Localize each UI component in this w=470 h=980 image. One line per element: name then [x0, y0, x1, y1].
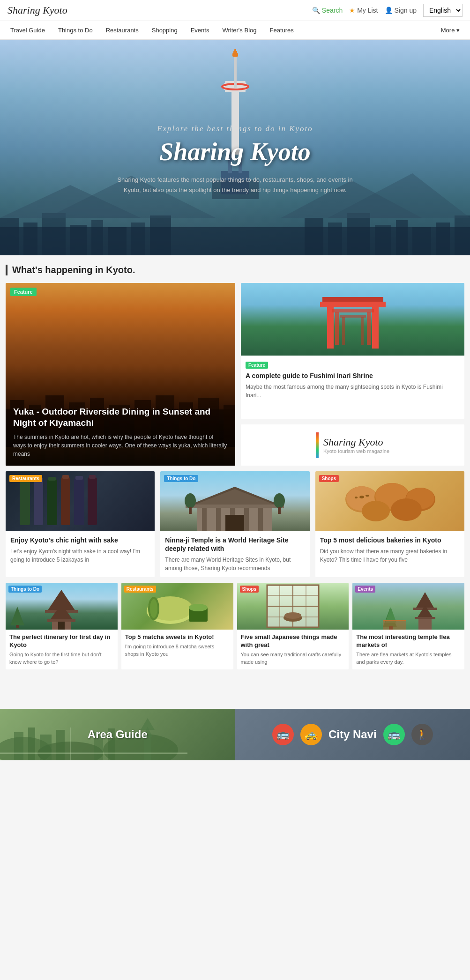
small-card-crafts-badge: Shops: [240, 586, 259, 593]
svg-point-80: [274, 493, 285, 508]
small-card-crafts[interactable]: Shops Five small Japanese things made wi…: [237, 583, 349, 669]
nav-item-shopping[interactable]: Shopping: [145, 21, 184, 39]
small-card-itinerary-content: The perfect itinerary for first day in K…: [6, 630, 118, 669]
svg-point-89: [391, 498, 422, 521]
small-card-flea-content: The most interesting temple flea markets…: [352, 630, 464, 669]
card-temple[interactable]: Things to Do Ninna-ji Temple is a World …: [160, 471, 309, 577]
svg-rect-65: [75, 476, 83, 480]
svg-rect-22: [328, 223, 342, 255]
svg-rect-26: [412, 227, 431, 255]
banner-sub-text: Kyoto tourism web magazine: [323, 448, 389, 454]
svg-point-91: [366, 495, 369, 497]
nav-item-events[interactable]: Events: [184, 21, 216, 39]
svg-rect-20: [150, 215, 171, 255]
nav-item-features[interactable]: Features: [263, 21, 300, 39]
svg-rect-63: [62, 475, 69, 479]
search-label: Search: [322, 7, 343, 14]
logo[interactable]: Sharing Kyoto: [7, 4, 67, 16]
search-icon: 🔍: [312, 7, 320, 14]
hero-title: Sharing Kyoto: [9, 137, 461, 166]
footer-guides: Area Guide 🚌 🚕 City Navi 🚌 🚶: [0, 709, 470, 760]
small-card-crafts-title: Five small Japanese things made with gre…: [241, 633, 345, 649]
svg-rect-51: [335, 312, 339, 345]
svg-rect-19: [131, 223, 145, 255]
svg-rect-54: [342, 317, 345, 345]
svg-rect-79: [189, 507, 192, 514]
walk-icon: 🚶: [411, 724, 433, 745]
featured-right-column: Feature A complete guide to Fushimi Inar…: [241, 283, 464, 466]
svg-rect-61: [48, 477, 56, 481]
small-card-flea-badge: Events: [355, 586, 375, 593]
city-navi-section[interactable]: 🚌 🚕 City Navi 🚌 🚶: [235, 709, 470, 760]
svg-rect-14: [23, 223, 37, 255]
featured-large-title: Yuka - Outdoor Riverside Dining in Sunse…: [13, 406, 228, 429]
featured-small-card-fushimi[interactable]: Feature A complete guide to Fushimi Inar…: [241, 283, 464, 419]
svg-rect-67: [89, 475, 96, 479]
search-button[interactable]: 🔍 Search: [312, 7, 343, 14]
card-sake-title: Enjoy Kyoto's chic night with sake: [10, 536, 150, 544]
mylist-button[interactable]: ★ My List: [349, 7, 378, 14]
area-guide-section[interactable]: Area Guide: [0, 709, 235, 760]
main-content: What's happening in Kyoto.: [0, 255, 470, 709]
card-sake[interactable]: Restaurants Enjoy Kyoto's chic night wit…: [6, 471, 155, 577]
card-temple-content: Ninna-ji Temple is a World Heritage Site…: [160, 531, 309, 577]
small-card-flea-title: The most interesting temple flea markets…: [356, 633, 461, 649]
svg-marker-69: [193, 489, 277, 505]
card-bakery[interactable]: Shops Top 5 most delicious bakeries in K…: [315, 471, 464, 577]
svg-rect-121: [418, 619, 432, 630]
nav-item-travel-guide[interactable]: Travel Guide: [4, 21, 52, 39]
svg-rect-56: [20, 478, 30, 525]
signup-button[interactable]: 👤 Sign up: [385, 7, 417, 14]
svg-rect-15: [42, 213, 66, 255]
svg-rect-62: [61, 477, 70, 525]
city-navi-label: City Navi: [328, 728, 377, 741]
svg-rect-48: [327, 306, 334, 349]
small-card-itinerary-title: The perfect itinerary for first day in K…: [9, 633, 114, 649]
svg-rect-55: [361, 317, 364, 345]
small-card-itinerary-badge: Things to Do: [8, 586, 42, 593]
svg-rect-75: [244, 508, 249, 531]
card-temple-title: Ninna-ji Temple is a World Heritage Site…: [165, 536, 305, 553]
banner-text-block: Sharing Kyoto Kyoto tourism web magazine: [323, 436, 389, 454]
small-card-matcha-title: Top 5 matcha sweets in Kyoto!: [125, 633, 230, 641]
svg-rect-18: [108, 227, 127, 255]
svg-rect-23: [347, 213, 370, 255]
small-card-matcha[interactable]: Restaurants Top 5 matcha sweets in Kyoto…: [121, 583, 233, 669]
svg-rect-25: [396, 220, 408, 255]
svg-rect-27: [436, 223, 450, 255]
section-title: What's happening in Kyoto.: [6, 265, 464, 275]
svg-marker-99: [10, 607, 24, 625]
card-bakery-title: Top 5 most delicious bakeries in Kyoto: [320, 536, 460, 544]
nav-item-restaurants[interactable]: Restaurants: [99, 21, 145, 39]
card-sake-badge: Restaurants: [9, 475, 42, 482]
nav-item-more[interactable]: More ▾: [434, 21, 466, 39]
language-select[interactable]: English 日本語: [423, 4, 463, 17]
svg-point-104: [150, 599, 157, 618]
main-nav: Travel Guide Things to Do Restaurants Sh…: [0, 21, 470, 40]
banner-stripe: [316, 432, 319, 458]
featured-large-card[interactable]: Feature Yuka - Outdoor Riverside Dining …: [6, 283, 235, 466]
card-bakery-content: Top 5 most delicious bakeries in Kyoto D…: [315, 531, 464, 569]
small-card-crafts-desc: You can see many traditional crafts care…: [241, 651, 345, 666]
svg-rect-16: [70, 225, 87, 255]
svg-rect-58: [34, 477, 43, 525]
banner-main-text: Sharing Kyoto: [323, 436, 389, 448]
svg-rect-52: [367, 312, 371, 345]
nav-item-things-to-do[interactable]: Things to Do: [52, 21, 99, 39]
svg-point-107: [189, 604, 208, 611]
card-sake-content: Enjoy Kyoto's chic night with sake Let's…: [6, 531, 155, 569]
sharing-kyoto-banner[interactable]: Sharing Kyoto Kyoto tourism web magazine: [241, 424, 464, 466]
svg-rect-47: [322, 297, 383, 302]
svg-rect-7: [234, 54, 237, 88]
small-card-flea[interactable]: Events The most interesting temple flea …: [352, 583, 464, 669]
area-guide-label: Area Guide: [88, 728, 148, 741]
svg-point-116: [284, 612, 301, 619]
signup-label: Sign up: [395, 7, 417, 14]
small-card-itinerary[interactable]: Things to Do The perfect itinerary for f…: [6, 583, 118, 669]
svg-rect-77: [225, 515, 244, 531]
card-temple-badge: Things to Do: [164, 475, 198, 482]
svg-rect-100: [16, 625, 19, 628]
nav-item-writers-blog[interactable]: Writer's Blog: [216, 21, 263, 39]
featured-small-title: A complete guide to Fushimi Inari Shrine: [246, 371, 460, 380]
small-cards-row: Things to Do The perfect itinerary for f…: [6, 583, 464, 669]
